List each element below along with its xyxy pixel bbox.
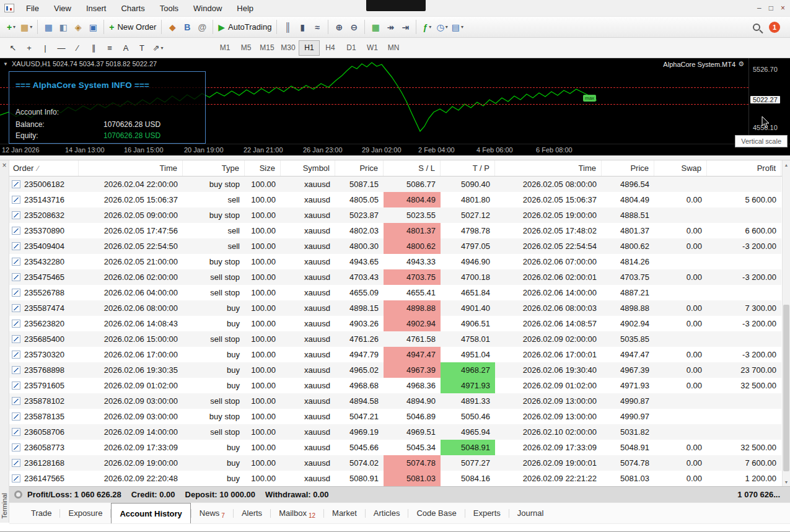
trendline-icon[interactable]: ∕: [69, 41, 86, 55]
table-row[interactable]: 2354094042026.02.05 22:54:50sell100.00xa…: [9, 238, 781, 254]
label-icon[interactable]: T: [134, 41, 150, 55]
tab-market[interactable]: Market: [324, 503, 365, 523]
table-row[interactable]: 2356854002026.02.06 15:00:00sell stop100…: [9, 331, 781, 347]
search-icon[interactable]: [753, 24, 760, 31]
timeframe-m1[interactable]: M1: [214, 40, 235, 56]
table-row[interactable]: 2360587062026.02.09 14:00:00sell stop100…: [9, 424, 781, 440]
tab-journal[interactable]: Journal: [509, 503, 552, 523]
table-row[interactable]: 2361281682026.02.09 19:00:00buy100.00xau…: [9, 455, 781, 471]
fibonacci-icon[interactable]: ≡: [102, 41, 118, 55]
tab-account-history[interactable]: Account History: [111, 503, 190, 523]
table-row[interactable]: 2351437162026.02.05 15:06:37sell100.00xa…: [9, 192, 781, 207]
profiles-icon[interactable]: ▦▾: [19, 20, 34, 35]
community-icon[interactable]: @: [195, 20, 209, 35]
shapes-icon[interactable]: ⇗▾: [150, 41, 166, 55]
timeframe-h1[interactable]: H1: [299, 40, 320, 56]
table-scrollbar[interactable]: ▲ ▼: [782, 160, 790, 486]
table-row[interactable]: 2357303202026.02.06 17:00:00buy100.00xau…: [9, 347, 781, 362]
zoom-in-icon[interactable]: ⊕: [331, 20, 346, 35]
tab-news[interactable]: News7: [191, 503, 233, 523]
column-header-size[interactable]: Size: [245, 160, 281, 176]
tab-mailbox[interactable]: Mailbox12: [271, 503, 323, 523]
menu-item-charts[interactable]: Charts: [113, 0, 152, 16]
periods-icon[interactable]: ◷▾: [434, 20, 449, 35]
menu-item-file[interactable]: File: [19, 0, 46, 16]
menu-item-window[interactable]: Window: [186, 0, 229, 16]
timeframe-h4[interactable]: H4: [320, 40, 341, 56]
new-chart-icon[interactable]: +▾: [4, 20, 19, 35]
minimize-button[interactable]: –: [757, 4, 761, 12]
terminal-icon[interactable]: ▣: [86, 20, 100, 35]
column-header-type[interactable]: Type: [183, 160, 245, 176]
hosting-icon[interactable]: B: [180, 20, 195, 35]
menu-item-help[interactable]: Help: [229, 0, 261, 16]
line-chart-icon[interactable]: ≈: [310, 20, 325, 35]
table-row[interactable]: 2360587732026.02.09 17:33:09buy100.00xau…: [9, 440, 781, 455]
tab-exposure[interactable]: Exposure: [60, 503, 110, 523]
mql5-market-icon[interactable]: ◆: [165, 20, 180, 35]
column-header-order[interactable]: Order∕: [9, 160, 79, 176]
table-row[interactable]: 2358781352026.02.09 03:00:00buy stop100.…: [9, 409, 781, 424]
timeframe-d1[interactable]: D1: [341, 40, 362, 56]
panel-splitter[interactable]: [0, 155, 790, 160]
column-header-s-l[interactable]: S / L: [384, 160, 441, 176]
timeframe-m5[interactable]: M5: [235, 40, 257, 56]
notification-badge[interactable]: 1: [769, 22, 780, 33]
crosshair-icon[interactable]: +: [21, 41, 37, 55]
terminal-close-icon[interactable]: ×: [0, 161, 9, 170]
chart-area[interactable]: ▼ XAUUSD,H1 5024.74 5034.37 5018.82 5022…: [0, 58, 790, 155]
table-row[interactable]: 2354754652026.02.06 02:00:00sell stop100…: [9, 269, 781, 285]
column-header-price[interactable]: Price: [335, 160, 384, 176]
new-order-button[interactable]: +New Order: [107, 20, 158, 35]
time-axis[interactable]: 12 Jan 202614 Jan 13:0016 Jan 15:0020 Ja…: [0, 144, 790, 155]
table-row[interactable]: 2353708902026.02.05 17:47:56sell100.00xa…: [9, 223, 781, 238]
chart-expand-icon[interactable]: ▼: [3, 61, 8, 67]
table-row[interactable]: 2358781022026.02.09 03:00:00sell stop100…: [9, 393, 781, 409]
zoom-out-icon[interactable]: ⊖: [346, 20, 361, 35]
column-header-t-p[interactable]: T / P: [441, 160, 495, 176]
column-header-symbol[interactable]: Symbol: [281, 160, 335, 176]
navigator-icon[interactable]: ◈: [71, 20, 86, 35]
tab-code-base[interactable]: Code Base: [408, 503, 464, 523]
timeframe-w1[interactable]: W1: [362, 40, 383, 56]
gear-icon[interactable]: ⚙: [738, 60, 744, 68]
horizontal-line-icon[interactable]: —: [53, 41, 69, 55]
column-header-profit[interactable]: Profit: [707, 160, 781, 176]
menu-item-insert[interactable]: Insert: [79, 0, 114, 16]
tab-trade[interactable]: Trade: [23, 503, 59, 523]
timeframe-mn[interactable]: MN: [383, 40, 404, 56]
scrollbar-thumb[interactable]: [783, 305, 789, 471]
table-row[interactable]: 2350061822026.02.04 22:00:00buy stop100.…: [9, 177, 781, 192]
column-header-time[interactable]: Time: [79, 160, 183, 176]
table-row[interactable]: 2357688982026.02.06 19:30:35buy100.00xau…: [9, 362, 781, 378]
cursor-icon[interactable]: ↖: [5, 41, 21, 55]
table-row[interactable]: 2352086322026.02.05 09:00:00buy stop100.…: [9, 207, 781, 223]
timeframe-m30[interactable]: M30: [278, 40, 299, 56]
autotrading-button[interactable]: ▶AutoTrading: [216, 20, 273, 35]
tab-experts[interactable]: Experts: [465, 503, 509, 523]
menu-item-tools[interactable]: Tools: [152, 0, 186, 16]
table-row[interactable]: 2355874742026.02.06 08:00:00buy100.00xau…: [9, 300, 781, 316]
menu-item-view[interactable]: View: [46, 0, 79, 16]
column-header-price[interactable]: Price: [602, 160, 654, 176]
scroll-down-icon[interactable]: ▼: [783, 477, 790, 486]
scroll-up-icon[interactable]: ▲: [783, 160, 790, 169]
tab-articles[interactable]: Articles: [366, 503, 408, 523]
tile-windows-icon[interactable]: ▦: [368, 20, 383, 35]
price-scale[interactable]: 5526.70 5022.27 4556.10: [748, 58, 790, 144]
chart-shift-icon[interactable]: ⇥: [398, 20, 413, 35]
maximize-button[interactable]: □: [769, 4, 773, 12]
timeframe-m15[interactable]: M15: [257, 40, 278, 56]
table-row[interactable]: 2361475652026.02.09 22:20:48buy100.00xau…: [9, 471, 781, 486]
indicators-icon[interactable]: ƒ▾: [419, 20, 434, 35]
column-header-swap[interactable]: Swap: [654, 160, 707, 176]
channel-icon[interactable]: ∥: [86, 41, 102, 55]
tab-alerts[interactable]: Alerts: [234, 503, 270, 523]
table-row[interactable]: 2354322802026.02.05 21:00:00buy stop100.…: [9, 254, 781, 269]
bar-chart-icon[interactable]: ║: [280, 20, 295, 35]
close-button[interactable]: ×: [781, 4, 785, 12]
column-header-time[interactable]: Time: [495, 160, 602, 176]
vertical-line-icon[interactable]: |: [37, 41, 53, 55]
templates-icon[interactable]: ▤▾: [450, 20, 465, 35]
table-row[interactable]: 2355267882026.02.06 04:00:00sell stop100…: [9, 285, 781, 300]
